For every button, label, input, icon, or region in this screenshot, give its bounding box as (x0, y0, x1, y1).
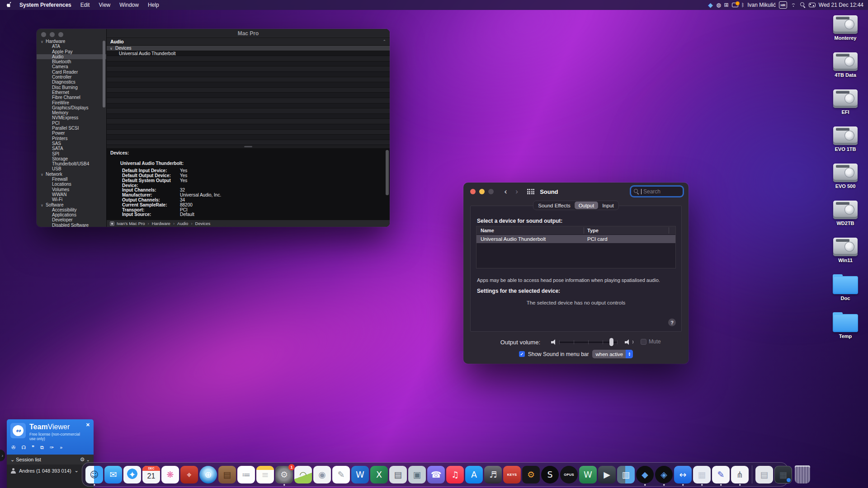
dock-icon-calipers-app[interactable]: ⋔ (731, 466, 749, 483)
headset-icon[interactable]: ☊ (21, 445, 26, 450)
display-status-icon[interactable] (732, 1, 738, 9)
sidebar-item-wwan[interactable]: WWAN (37, 192, 106, 197)
dock-icon-safari[interactable]: ✦ (123, 466, 141, 483)
breadcrumb-item[interactable]: Ivan's Mac Pro (117, 221, 145, 226)
menu-help[interactable]: Help (144, 2, 163, 8)
sidebar-item-wi-fi[interactable]: Wi-Fi (37, 197, 106, 202)
menu-view[interactable]: View (94, 2, 114, 8)
dock-icon-minimized-document-window[interactable]: ▤ (755, 466, 773, 483)
dock-icon-find-any-file[interactable]: ⌖ (180, 466, 198, 483)
sidebar-item-bluetooth[interactable]: Bluetooth (37, 59, 106, 64)
sidebar-item-camera[interactable]: Camera (37, 64, 106, 69)
sidebar-item-pci[interactable]: PCI (37, 121, 106, 126)
tab-sound-effects[interactable]: Sound Effects (534, 202, 574, 209)
apple-menu-icon[interactable] (5, 2, 14, 9)
sidebar-item-volumes[interactable]: Volumes (37, 187, 106, 192)
dock-icon-grid-pad-app[interactable]: ▦ (693, 466, 711, 483)
dock-icon-calendar[interactable]: DEC21 (142, 466, 160, 483)
volume-slider[interactable] (559, 342, 617, 343)
menu-app-name[interactable]: System Preferences (15, 2, 75, 8)
dock-icon-gear-orange-app[interactable]: ⚙ (522, 466, 540, 483)
sidebar-item-fibre-channel[interactable]: Fibre Channel (37, 95, 106, 100)
username-status[interactable]: Ivan Mikulić (747, 1, 776, 9)
table-row[interactable]: Universal Audio Thunderbolt PCI card (476, 235, 675, 243)
close-button[interactable] (41, 32, 46, 37)
desktop-icon-win11[interactable]: Win11 (828, 238, 863, 263)
device-row[interactable]: Universal Audio Thunderbolt (107, 51, 390, 56)
desktop-icon-doc[interactable]: Doc (828, 275, 863, 301)
sidebar-item-sas[interactable]: SAS (37, 141, 106, 146)
dock-icon-mail[interactable]: ✉ (104, 466, 122, 483)
dock-icon-finder[interactable]: ☺ (85, 466, 103, 483)
window-title[interactable]: Mac Pro (107, 29, 390, 38)
dock-icon-photos[interactable]: ❋ (161, 466, 179, 483)
sidebar-item-accessibility[interactable]: Accessibility (37, 207, 106, 212)
file-transfer-icon[interactable]: ⧉ (40, 445, 44, 450)
sidebar-item-disc-burning[interactable]: Disc Burning (37, 85, 106, 90)
desktop-icon-temp[interactable]: Temp (828, 313, 863, 339)
sidebar-item-parallel-scsi[interactable]: Parallel SCSI (37, 126, 106, 131)
dock-icon-keys-app[interactable]: KEYS (503, 466, 521, 483)
dock-icon-teamviewer[interactable]: ↔ (674, 466, 692, 483)
dock-icon-viber[interactable]: ☎ (427, 466, 445, 483)
dock-icon-music[interactable]: ♫ (446, 466, 464, 483)
dock-icon-sphere-app[interactable]: ◠ (294, 466, 312, 483)
sidebar-item-firewire[interactable]: FireWire (37, 100, 106, 105)
sidebar-item-firewall[interactable]: Firewall (37, 177, 106, 182)
search-field[interactable]: Search (631, 187, 683, 196)
dock-icon-toast[interactable]: ◉ (313, 466, 331, 483)
sidebar-item-power[interactable]: Power (37, 131, 106, 136)
breadcrumb-item[interactable]: Devices (195, 221, 211, 226)
dock-icon-textedit[interactable]: ✎ (332, 466, 350, 483)
details-scrollbar[interactable] (386, 150, 389, 195)
zoom-button[interactable] (488, 189, 494, 194)
sidebar-item-nvmexpress[interactable]: NVMExpress (37, 115, 106, 120)
forward-button[interactable]: › (511, 188, 523, 196)
sidebar-item-card-reader[interactable]: Card Reader (37, 70, 106, 75)
whiteboard-icon[interactable]: ✑ (50, 445, 54, 450)
dock-icon-ua-meter[interactable]: ◈ (655, 466, 673, 483)
sidebar-section-hardware[interactable]: ∨Hardware (37, 39, 106, 44)
dock-icon-play-flag-app[interactable]: ▶ (598, 466, 616, 483)
minimize-button[interactable] (479, 189, 485, 194)
dock-icon-notes[interactable]: ≡ (256, 466, 274, 483)
desktop-icon-4tb-data[interactable]: 4TB Data (828, 52, 863, 78)
volume-slider-thumb[interactable] (609, 338, 613, 346)
desktop-icon-wd2tb[interactable]: WD2TB (828, 201, 863, 226)
sidebar-item-printers[interactable]: Printers (37, 136, 106, 141)
sidebar-item-sata[interactable]: SATA (37, 146, 106, 151)
sidebar-item-applications[interactable]: Applications (37, 212, 106, 217)
sidebar-item-graphics-displays[interactable]: Graphics/Displays (37, 105, 106, 110)
tab-input[interactable]: Input (598, 202, 618, 209)
sidebar-item-diagnostics[interactable]: Diagnostics (37, 80, 106, 84)
pane-splitter[interactable] (107, 145, 390, 148)
back-button[interactable]: ‹ (500, 188, 511, 196)
dock-icon-magnifier-app[interactable]: ⊕ (199, 466, 217, 483)
show-all-icon[interactable] (527, 189, 535, 194)
audio-section-header[interactable]: Audio ⌃ (107, 38, 390, 46)
sidebar-item-audio[interactable]: Audio (37, 54, 106, 59)
dock-icon-app-store[interactable]: A (465, 466, 483, 483)
more-icon[interactable]: » (60, 445, 63, 450)
menu-window[interactable]: Window (115, 2, 143, 8)
sidebar-item-apple-pay[interactable]: Apple Pay (37, 49, 106, 54)
sidebar-item-usb[interactable]: USB (37, 166, 106, 171)
dock-icon-sign-doc-app[interactable]: ✎ (712, 466, 730, 483)
dock-icon-reminders[interactable]: ≔ (237, 466, 255, 483)
sidebar-item-spi[interactable]: SPI (37, 151, 106, 156)
minimize-button[interactable] (50, 32, 55, 37)
sidebar-scrollbar[interactable] (103, 41, 105, 108)
dock-icon-photo-tool[interactable]: ▣ (408, 466, 426, 483)
video-call-icon[interactable]: ✇ (11, 445, 15, 450)
ua-status-icon[interactable]: ◆ (708, 1, 713, 9)
session-list-bar[interactable]: ⌄ Session list ⚙⌄ (7, 455, 94, 465)
dock-icon-word[interactable]: W (351, 466, 369, 483)
when-active-dropdown[interactable]: when active ▲▼ (592, 350, 633, 358)
close-icon[interactable]: ✕ (86, 422, 90, 428)
bluetooth-icon[interactable]: ᛒ (741, 1, 745, 9)
desktop-icon-evo-500[interactable]: EVO 500 (828, 164, 863, 189)
collapse-icon[interactable]: ⌃ (382, 39, 386, 44)
sidebar-section-network[interactable]: ∨Network (37, 172, 106, 177)
gear-icon[interactable]: ⚙ (80, 457, 85, 462)
wifi-icon[interactable] (790, 1, 797, 9)
